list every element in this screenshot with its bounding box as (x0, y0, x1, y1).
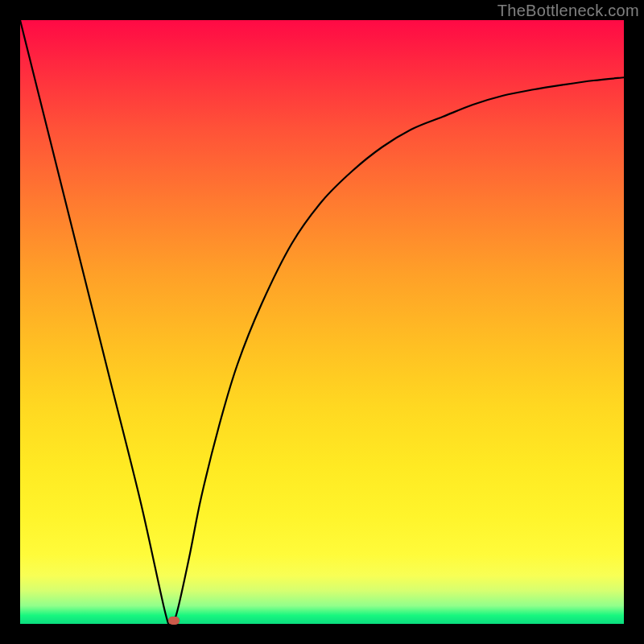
optimum-marker (168, 617, 180, 625)
bottleneck-curve-path (20, 20, 624, 624)
curve-svg (20, 20, 624, 624)
watermark-label: TheBottleneck.com (497, 2, 639, 20)
plot-area (20, 20, 624, 624)
chart-frame: TheBottleneck.com (0, 0, 644, 644)
